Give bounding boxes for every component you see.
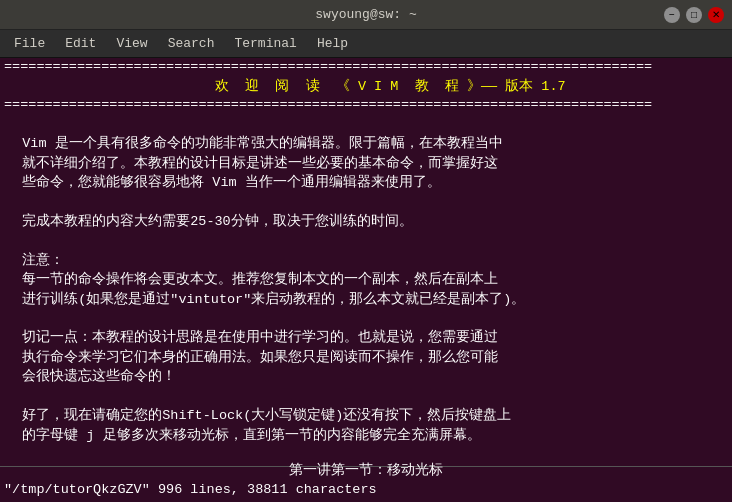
para-line-3: 些命令，您就能够很容易地将 Vim 当作一个通用编辑器来使用了。 [6,173,728,193]
para-line-15: 好了，现在请确定您的Shift-Lock(大小写锁定键)还没有按下，然后按键盘上 [6,406,728,426]
status-bar: 第一讲第一节：移动光标 "/tmp/tutorQkzGZV" 996 lines… [0,466,732,502]
menu-edit[interactable]: Edit [55,32,106,55]
menu-search[interactable]: Search [158,32,225,55]
menu-terminal[interactable]: Terminal [224,32,306,55]
window-controls: − □ ✕ [664,7,724,23]
separator-top: ========================================… [4,58,728,77]
menu-file[interactable]: File [4,32,55,55]
blank-line-4 [6,193,728,212]
close-button[interactable]: ✕ [708,7,724,23]
para-line-5: 完成本教程的内容大约需要25-30分钟，取决于您训练的时间。 [6,212,728,232]
blank-line-6 [6,232,728,251]
para-line-11: 切记一点：本教程的设计思路是在使用中进行学习的。也就是说，您需要通过 [6,328,728,348]
separator-bottom: ========================================… [4,96,728,115]
menu-bar: File Edit View Search Terminal Help [0,30,732,58]
para-line-1: Vim 是一个具有很多命令的功能非常强大的编辑器。限于篇幅，在本教程当中 [6,134,728,154]
para-line-7: 注意： [6,251,728,271]
status-file-info: "/tmp/tutorQkzGZV" 996 lines, 38811 char… [0,481,732,500]
para-line-9: 进行训练(如果您是通过"vintutor"来启动教程的，那么本文就已经是副本了)… [6,290,728,310]
vim-editor[interactable]: ========================================… [0,58,732,466]
para-line-2: 就不详细介绍了。本教程的设计目标是讲述一些必要的基本命令，而掌握好这 [6,154,728,174]
para-line-16: 的字母键 j 足够多次来移动光标，直到第一节的内容能够完全充满屏幕。 [6,426,728,446]
minimize-button[interactable]: − [664,7,680,23]
para-line-8: 每一节的命令操作将会更改本文。推荐您复制本文的一个副本，然后在副本上 [6,270,728,290]
maximize-button[interactable]: □ [686,7,702,23]
vim-body: Vim 是一个具有很多命令的功能非常强大的编辑器。限于篇幅，在本教程当中 就不详… [4,115,728,466]
blank-line-10 [6,309,728,328]
window-title: swyoung@sw: ~ [68,7,664,22]
title-bar: swyoung@sw: ~ − □ ✕ [0,0,732,30]
status-section-label: 第一讲第一节：移动光标 [0,462,732,481]
vim-header: 欢 迎 阅 读 《 V I M 教 程 》—— 版本 1.7 [4,77,728,97]
para-line-13: 会很快遗忘这些命令的！ [6,367,728,387]
para-line-12: 执行命令来学习它们本身的正确用法。如果您只是阅读而不操作，那么您可能 [6,348,728,368]
blank-line-14 [6,387,728,406]
menu-view[interactable]: View [106,32,157,55]
terminal-window[interactable]: ========================================… [0,58,732,502]
menu-help[interactable]: Help [307,32,358,55]
blank-line-0 [6,115,728,134]
